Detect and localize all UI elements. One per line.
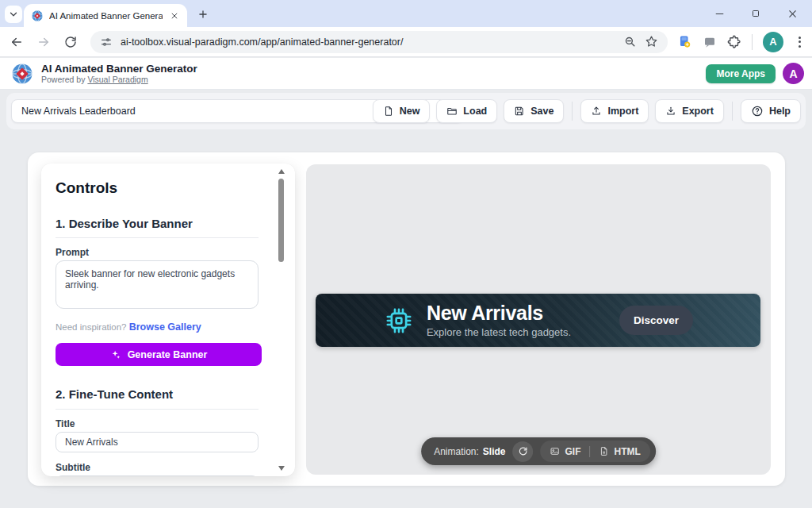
export-html-button[interactable]: HTML	[599, 446, 641, 457]
preview-controls-pill: Animation: Slide GIF HTML	[421, 437, 656, 465]
help-icon	[751, 105, 764, 117]
export-button-label: Export	[682, 106, 714, 117]
banner-subtitle: Explore the latest tech gadgets.	[427, 326, 571, 338]
file-code-icon	[599, 446, 610, 456]
browser-profile-avatar[interactable]: A	[763, 32, 783, 52]
banner-preview: New Arrivals Explore the latest tech gad…	[316, 294, 760, 347]
new-tab-button[interactable]	[195, 6, 211, 22]
powered-by-text: Powered by	[41, 75, 85, 84]
html-label: HTML	[615, 446, 641, 457]
gif-label: GIF	[565, 446, 581, 457]
account-avatar[interactable]: A	[783, 63, 804, 84]
section-describe-heading: 1. Describe Your Banner	[56, 217, 193, 230]
divider	[56, 409, 259, 410]
banner-text-block: New Arrivals Explore the latest tech gad…	[427, 302, 571, 337]
main-card: Controls 1. Describe Your Banner Prompt …	[28, 152, 785, 486]
extensions-puzzle-icon[interactable]	[727, 35, 741, 49]
reload-icon[interactable]	[63, 35, 78, 49]
favicon-icon	[31, 10, 44, 22]
feedback-icon[interactable]	[703, 35, 717, 49]
toolbar-buttons: New Load Save Import Export Help	[373, 99, 801, 123]
image-icon	[550, 446, 561, 456]
chevron-down-icon	[8, 9, 19, 20]
back-icon[interactable]	[10, 35, 24, 49]
load-button-label: Load	[463, 106, 487, 117]
more-apps-button[interactable]: More Apps	[706, 64, 776, 83]
save-icon	[514, 106, 525, 117]
divider	[572, 102, 573, 121]
save-button-label: Save	[530, 106, 553, 117]
controls-heading: Controls	[56, 179, 117, 197]
scrollbar-thumb[interactable]	[278, 179, 284, 262]
browser-tab-strip: AI Animated Banner Generator |	[0, 0, 812, 27]
generate-banner-button[interactable]: Generate Banner	[56, 343, 262, 366]
export-gif-button[interactable]: GIF	[550, 446, 581, 457]
prompt-label: Prompt	[56, 247, 89, 258]
divider	[56, 237, 259, 238]
subtitle-input[interactable]	[56, 475, 259, 476]
subtitle-label: Subtitle	[56, 462, 90, 473]
forward-icon[interactable]	[36, 35, 51, 49]
help-button[interactable]: Help	[741, 99, 801, 123]
divider	[732, 102, 733, 121]
zoom-out-icon[interactable]	[623, 35, 637, 48]
title-label: Title	[56, 418, 75, 429]
divider	[590, 446, 591, 457]
preview-area: New Arrivals Explore the latest tech gad…	[306, 164, 771, 475]
header-titles: AI Animated Banner Generator Powered by …	[41, 63, 197, 85]
powered-by-line: Powered by Visual Paradigm	[41, 75, 197, 84]
window-controls	[701, 0, 810, 27]
controls-panel: Controls 1. Describe Your Banner Prompt …	[41, 164, 295, 476]
export-icon	[665, 106, 676, 117]
chrome-action-icons: A	[677, 32, 806, 52]
window-maximize-button[interactable]	[737, 0, 774, 27]
import-button[interactable]: Import	[580, 99, 649, 123]
app-header: AI Animated Banner Generator Powered by …	[0, 58, 812, 90]
scrollbar-up-icon[interactable]	[278, 169, 285, 174]
export-button[interactable]: Export	[655, 99, 724, 123]
url-text[interactable]: ai-toolbox.visual-paradigm.com/app/anima…	[121, 37, 615, 48]
load-button[interactable]: Load	[436, 99, 497, 123]
inspiration-row: Need inspiration? Browse Gallery	[56, 321, 201, 333]
browse-gallery-link[interactable]: Browse Gallery	[129, 321, 201, 333]
replay-animation-button[interactable]	[513, 441, 534, 462]
window-close-button[interactable]	[774, 0, 810, 27]
divider	[752, 34, 753, 50]
tab-close-icon[interactable]	[168, 10, 181, 22]
animation-label: Animation:	[434, 446, 479, 457]
pinned-extension-icon[interactable]	[677, 34, 692, 49]
tab-search-button[interactable]	[5, 6, 22, 23]
browser-url-row: ai-toolbox.visual-paradigm.com/app/anima…	[0, 27, 812, 57]
new-button-label: New	[400, 106, 420, 117]
address-bar[interactable]: ai-toolbox.visual-paradigm.com/app/anima…	[90, 31, 668, 53]
folder-icon	[446, 106, 458, 117]
window-minimize-button[interactable]	[701, 0, 737, 27]
browser-tab[interactable]: AI Animated Banner Generator |	[24, 4, 187, 27]
inspiration-text: Need inspiration?	[56, 322, 127, 332]
tab-title: AI Animated Banner Generator |	[49, 11, 163, 21]
visual-paradigm-link[interactable]: Visual Paradigm	[87, 75, 147, 84]
chip-icon	[383, 305, 415, 337]
prompt-textarea[interactable]	[56, 260, 259, 309]
page-title: AI Animated Banner Generator	[41, 63, 197, 75]
visual-paradigm-logo	[10, 62, 34, 86]
bookmark-star-icon[interactable]	[645, 35, 658, 48]
help-button-label: Help	[769, 106, 791, 117]
animation-value: Slide	[483, 446, 506, 457]
new-button[interactable]: New	[373, 99, 431, 123]
banner-cta-button[interactable]: Discover	[619, 306, 693, 335]
export-format-group: GIF HTML	[541, 441, 650, 462]
menu-kebab-icon[interactable]	[794, 35, 806, 49]
refresh-icon	[518, 446, 528, 456]
new-file-icon	[383, 106, 394, 117]
title-input[interactable]	[56, 432, 259, 452]
banner-title: New Arrivals	[427, 302, 571, 323]
section-finetune-heading: 2. Fine-Tune Content	[56, 387, 173, 401]
sparkle-icon	[110, 349, 121, 360]
save-button[interactable]: Save	[504, 99, 564, 123]
site-settings-icon[interactable]	[100, 36, 113, 48]
project-toolbar: New Load Save Import Export Help	[6, 93, 806, 129]
scrollbar-down-icon[interactable]	[278, 466, 285, 471]
import-icon	[591, 106, 602, 117]
import-button-label: Import	[607, 106, 638, 117]
